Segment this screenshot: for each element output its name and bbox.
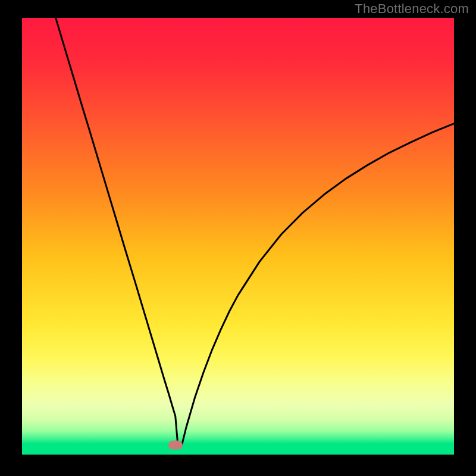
plot-area	[22, 18, 454, 455]
optimal-point-marker	[168, 440, 183, 449]
gradient-rect	[22, 18, 454, 455]
chart-frame: TheBottleneck.com	[0, 0, 476, 476]
watermark-text: TheBottleneck.com	[355, 1, 469, 17]
chart-svg	[22, 18, 454, 455]
